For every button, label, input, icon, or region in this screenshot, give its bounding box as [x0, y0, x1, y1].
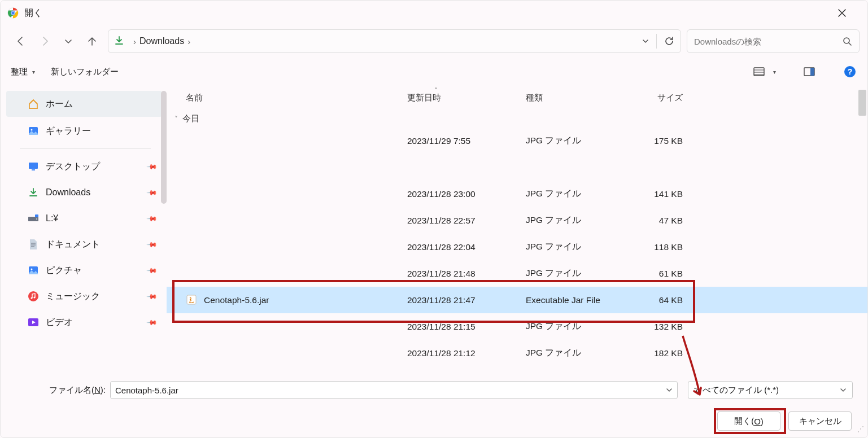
back-button[interactable]	[14, 34, 28, 48]
file-size: 61 KB	[624, 269, 688, 279]
file-date: 2023/11/28 21:48	[407, 269, 526, 279]
file-row[interactable]: 2023/11/28 22:57JPG ファイル47 KB	[167, 207, 867, 234]
organize-menu[interactable]: 整理 ▾	[11, 67, 35, 77]
gallery-icon	[28, 125, 39, 137]
file-row[interactable]	[167, 154, 867, 181]
file-date: 2023/11/28 23:00	[407, 189, 526, 199]
file-icon	[186, 214, 198, 227]
file-type: JPG ファイル	[526, 321, 624, 332]
file-type: JPG ファイル	[526, 268, 624, 279]
file-date: 2023/11/28 22:04	[407, 242, 526, 252]
music-icon	[28, 291, 39, 302]
sidebar-item-pictures[interactable]: ピクチャ 📌	[1, 257, 167, 283]
file-type: JPG ファイル	[526, 241, 624, 253]
sidebar-item-music[interactable]: ミュージック 📌	[1, 283, 167, 309]
open-button[interactable]: 開く(O)	[717, 411, 780, 431]
filename-value: Cenotaph-5.6.jar	[115, 386, 666, 395]
chevron-right-icon: ›	[187, 37, 190, 46]
pin-icon: 📌	[146, 239, 158, 251]
file-size: 175 KB	[624, 136, 688, 146]
sidebar-item-documents[interactable]: ドキュメント 📌	[1, 231, 167, 257]
close-button[interactable]	[838, 9, 861, 17]
file-row[interactable]: 2023/11/28 21:48JPG ファイル61 KB	[167, 260, 867, 287]
document-icon	[28, 239, 39, 250]
filename-input[interactable]: Cenotaph-5.6.jar	[110, 381, 678, 399]
sidebar-item-desktop[interactable]: デスクトップ 📌	[1, 154, 167, 179]
pin-icon: 📌	[146, 265, 158, 277]
group-label: 今日	[182, 113, 199, 124]
search-icon	[842, 36, 852, 46]
file-size: 182 KB	[624, 348, 688, 358]
file-row[interactable]: 2023/11/28 21:12JPG ファイル182 KB	[167, 340, 867, 361]
view-mode-button[interactable]	[752, 64, 766, 79]
title-bar: 開く	[1, 1, 867, 25]
filename-dropdown[interactable]	[666, 387, 673, 393]
file-size: 64 KB	[624, 295, 688, 305]
forward-button[interactable]	[38, 34, 51, 48]
preview-pane-button[interactable]	[802, 64, 817, 79]
file-date: 2023/11/28 21:47	[407, 295, 526, 305]
sort-asc-icon: ˄	[434, 87, 438, 95]
file-row[interactable]: 2023/11/29 7:55JPG ファイル175 KB	[167, 128, 867, 154]
sidebar-item-label: ホーム	[46, 98, 73, 110]
svg-rect-14	[32, 169, 35, 170]
file-size: 47 KB	[624, 216, 688, 226]
location-dropdown[interactable]	[642, 37, 649, 45]
file-row[interactable]: 2023/11/28 23:00JPG ファイル141 KB	[167, 181, 867, 207]
help-button[interactable]: ?	[843, 64, 857, 79]
file-icon	[186, 241, 198, 253]
breadcrumb-location[interactable]: Downloads	[139, 36, 184, 46]
file-icon	[186, 135, 198, 147]
svg-point-4	[11, 11, 14, 14]
sidebar-item-gallery[interactable]: ギャラリー	[1, 118, 167, 144]
window-title: 開く	[24, 7, 42, 19]
sidebar-item-downloads[interactable]: Downloads 📌	[1, 179, 167, 205]
pin-icon: 📌	[146, 161, 158, 173]
up-button[interactable]	[85, 34, 99, 48]
svg-point-16	[36, 218, 37, 220]
svg-rect-8	[810, 68, 814, 76]
file-name: Cenotaph-5.6.jar	[204, 295, 407, 305]
file-type: Executable Jar File	[526, 295, 624, 305]
file-filter-select[interactable]: すべてのファイル (*.*)	[688, 381, 853, 399]
main-area: ホーム ギャラリー デスクトップ 📌 Downloads 📌 L:¥ 📌 ドキュ…	[1, 86, 867, 361]
search-input[interactable]	[694, 37, 842, 46]
filename-label: ファイル名(N):	[15, 385, 106, 396]
col-type[interactable]: 種類	[526, 93, 624, 103]
file-row[interactable]: Cenotaph-5.6.jar2023/11/28 21:47Executab…	[167, 287, 867, 313]
pin-icon: 📌	[146, 187, 158, 199]
sidebar-scrollbar[interactable]	[161, 91, 167, 204]
chevron-down-icon: ▾	[773, 69, 776, 75]
sidebar-item-label: L:¥	[46, 213, 58, 224]
resize-grip[interactable]: ⋰	[857, 427, 865, 435]
sidebar-item-ldrive[interactable]: L:¥ 📌	[1, 205, 167, 231]
file-list: 名前 ˄更新日時 種類 サイズ ˅ 今日 2023/11/29 7:55JPG …	[167, 86, 867, 361]
refresh-button[interactable]	[664, 36, 675, 47]
file-date: 2023/11/28 21:12	[407, 348, 526, 358]
search-box[interactable]	[687, 29, 860, 53]
sidebar-item-label: ミュージック	[46, 291, 100, 303]
svg-point-19	[31, 269, 33, 270]
col-size[interactable]: サイズ	[624, 93, 688, 103]
breadcrumb[interactable]: › Downloads ›	[108, 29, 681, 53]
pictures-icon	[28, 265, 39, 276]
sidebar-item-videos[interactable]: ビデオ 📌	[1, 309, 167, 335]
filter-value: すべてのファイル (*.*)	[694, 385, 840, 396]
svg-rect-17	[35, 214, 38, 217]
desktop-icon	[28, 161, 39, 172]
sidebar-item-home[interactable]: ホーム	[6, 91, 162, 117]
file-row[interactable]: 2023/11/28 21:15JPG ファイル132 KB	[167, 313, 867, 340]
file-icon	[186, 347, 198, 360]
svg-point-20	[28, 291, 38, 301]
sidebar: ホーム ギャラリー デスクトップ 📌 Downloads 📌 L:¥ 📌 ドキュ…	[1, 86, 167, 361]
new-folder-button[interactable]: 新しいフォルダー	[51, 67, 119, 77]
cancel-button[interactable]: キャンセル	[788, 411, 852, 431]
sidebar-item-label: デスクトップ	[46, 161, 100, 173]
group-header-today[interactable]: ˅ 今日	[167, 109, 867, 128]
file-row[interactable]: 2023/11/28 22:04JPG ファイル118 KB	[167, 234, 867, 260]
col-date[interactable]: ˄更新日時	[407, 93, 526, 103]
filelist-scrollbar[interactable]	[858, 90, 866, 116]
recent-dropdown[interactable]	[62, 34, 75, 48]
col-name[interactable]: 名前	[186, 93, 407, 103]
downloads-icon	[114, 36, 125, 47]
